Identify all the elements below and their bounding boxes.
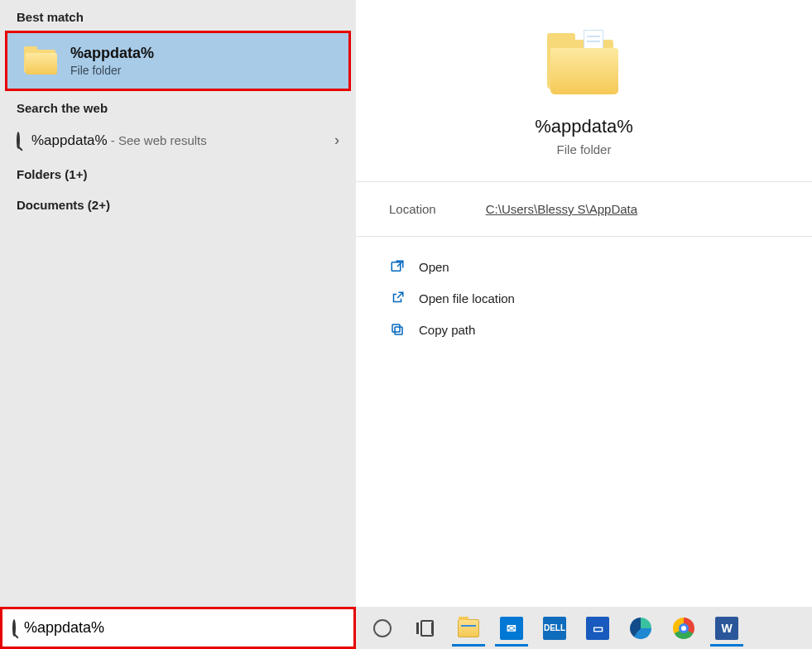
svg-rect-2 — [392, 324, 400, 332]
chrome-icon — [673, 618, 694, 639]
mail-app-button[interactable]: ✉ — [492, 610, 531, 647]
svg-rect-3 — [416, 623, 419, 634]
web-result-hint: - See web results — [108, 133, 207, 147]
search-box[interactable] — [0, 607, 356, 649]
open-label: Open — [419, 260, 449, 274]
location-path[interactable]: C:\Users\Blessy S\AppData — [486, 202, 637, 216]
best-match-header: Best match — [0, 0, 356, 31]
folders-category[interactable]: Folders (1+) — [0, 159, 356, 190]
mail-icon: ✉ — [500, 617, 523, 640]
preview-header: %appdata% File folder — [356, 0, 812, 182]
taskbar: ✉ DELL ▭ W — [356, 607, 812, 649]
dell-app-button[interactable]: DELL — [535, 610, 574, 647]
search-results-panel: Best match %appdata% File folder Search … — [0, 0, 812, 607]
svg-rect-0 — [392, 262, 401, 272]
task-view-button[interactable] — [406, 610, 445, 647]
best-match-title: %appdata% — [70, 45, 154, 62]
chevron-right-icon: › — [334, 132, 339, 149]
cortana-icon — [373, 619, 392, 637]
actions-list: Open Open file location Copy path — [356, 237, 812, 359]
taskbar-area: ✉ DELL ▭ W — [0, 607, 812, 649]
open-file-location-action[interactable]: Open file location — [381, 283, 787, 313]
search-input[interactable] — [24, 619, 344, 637]
search-icon — [12, 621, 16, 636]
preview-subtitle: File folder — [557, 142, 612, 156]
edge-button[interactable] — [621, 610, 661, 647]
open-action[interactable]: Open — [381, 252, 787, 281]
location-row: Location C:\Users\Blessy S\AppData — [356, 182, 812, 237]
file-explorer-button[interactable] — [449, 610, 488, 647]
dell-icon: DELL — [543, 617, 566, 640]
web-result-item[interactable]: %appdata% - See web results › — [0, 122, 356, 159]
copy-icon — [389, 321, 406, 338]
preview-pane: %appdata% File folder Location C:\Users\… — [356, 0, 812, 607]
search-icon — [17, 133, 20, 148]
edge-icon — [630, 618, 651, 639]
task-view-icon — [416, 620, 435, 637]
best-match-item[interactable]: %appdata% File folder — [5, 31, 351, 91]
file-explorer-icon — [458, 619, 479, 637]
svg-rect-1 — [395, 327, 402, 334]
folder-icon — [24, 46, 59, 76]
office-app-button[interactable]: ▭ — [578, 610, 617, 647]
results-list: Best match %appdata% File folder Search … — [0, 0, 356, 607]
word-icon: W — [715, 617, 738, 640]
web-result-query: %appdata% — [31, 132, 108, 148]
folder-icon — [547, 33, 622, 96]
open-location-icon — [389, 290, 406, 306]
office-icon: ▭ — [586, 617, 609, 640]
cortana-button[interactable] — [363, 610, 402, 647]
open-location-label: Open file location — [419, 291, 515, 305]
copy-path-action[interactable]: Copy path — [381, 315, 787, 344]
best-match-subtitle: File folder — [70, 64, 154, 77]
chrome-button[interactable] — [664, 610, 704, 647]
svg-rect-4 — [421, 621, 433, 636]
best-match-text: %appdata% File folder — [70, 45, 154, 77]
preview-title: %appdata% — [535, 116, 633, 137]
location-label: Location — [389, 202, 436, 216]
word-button[interactable]: W — [707, 610, 747, 647]
search-web-header: Search the web — [0, 91, 356, 122]
open-icon — [389, 258, 406, 275]
copy-path-label: Copy path — [419, 323, 475, 337]
documents-category[interactable]: Documents (2+) — [0, 190, 356, 220]
